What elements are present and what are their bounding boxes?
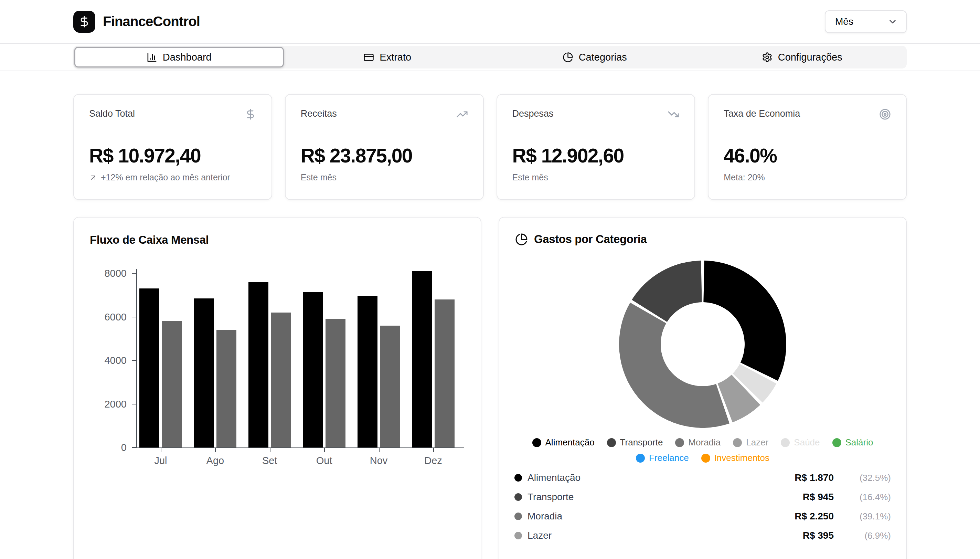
y-tick [132,404,136,404]
bar-receitas [303,292,323,448]
period-select[interactable]: Mês [825,10,907,33]
bar-receitas [194,298,214,448]
legend-item: Lazer [733,437,768,448]
donut-slice-alimentação [703,261,786,381]
x-tick-label: Nov [355,455,403,466]
y-tick [132,273,136,274]
app-title: FinanceControl [103,14,200,29]
breakdown-dot [515,493,522,501]
chevron-down-icon [888,17,898,27]
stat-value: R$ 23.875,00 [301,144,468,167]
donut-legend: AlimentaçãoTransporteMoradiaLazerSaúdeSa… [499,437,906,463]
legend-item: Transporte [607,437,663,448]
legend-dot [636,454,645,463]
target-icon [879,108,891,120]
breakdown-dot [515,474,522,481]
legend-item: Investimentos [701,453,769,463]
legend-dot [733,438,742,447]
legend-item: Saúde [781,437,820,448]
stat-title: Despesas [512,108,554,119]
breakdown-dot [515,532,522,539]
breakdown-dot [515,513,522,520]
bar-despesas [216,330,236,448]
brand: FinanceControl [73,11,200,33]
x-tick-label: Set [246,455,294,466]
legend-dot [675,438,684,447]
breakdown-label: Alimentação [528,472,581,483]
dollar-icon [78,15,91,28]
bar-receitas [358,296,378,448]
breakdown-label: Moradia [528,511,562,522]
bar-despesas [325,319,345,448]
x-axis-line [136,448,464,448]
legend-label: Freelance [649,453,689,463]
bar-despesas [271,313,291,448]
tab-categorias[interactable]: Categorias [491,47,698,68]
tab-label: Configurações [778,51,842,63]
cashflow-card: Fluxo de Caixa Mensal 02000400060008000J… [73,217,482,559]
y-tick-label: 0 [85,442,127,453]
trending-down-icon [668,108,679,120]
y-tick [132,447,136,448]
legend-item: Alimentação [532,437,595,448]
breakdown-value: R$ 395 [803,530,834,541]
donut-chart [499,258,906,430]
tab-extrato[interactable]: Extrato [284,47,492,68]
stat-card-saldo-total: Saldo Total R$ 10.972,40 +12% em relação… [73,94,272,200]
donut-slice-moradia [619,303,729,428]
legend-item: Moradia [675,437,721,448]
tab-label: Extrato [379,51,411,63]
breakdown-value: R$ 2.250 [795,511,834,522]
legend-item: Freelance [636,453,689,463]
x-tick-label: Ago [191,455,239,466]
stat-title: Receitas [301,108,337,119]
legend-label: Alimentação [545,437,595,448]
breakdown-row: MoradiaR$ 2.250(39.1%) [515,507,891,526]
stat-note: Este mês [512,172,548,182]
breakdown-value: R$ 945 [803,491,834,503]
trending-up-icon [456,108,468,120]
stat-value: R$ 12.902,60 [512,144,680,167]
legend-label: Saúde [794,437,820,448]
app-header: FinanceControl Mês [0,0,980,44]
breakdown-pct: (16.4%) [839,492,891,503]
breakdown-pct: (39.1%) [839,511,891,522]
pie-chart-icon [515,233,528,246]
stat-card-receitas: Receitas R$ 23.875,00 Este mês [285,94,484,200]
breakdown-pct: (6.9%) [839,531,891,541]
y-tick [132,360,136,361]
breakdown-pct: (32.5%) [839,473,891,483]
gear-icon [762,52,772,63]
tablist: Dashboard Extrato Categorias Configuraçõ… [73,46,907,68]
brand-logo [73,11,95,33]
stat-value: R$ 10.972,40 [89,144,256,167]
bar-receitas [412,271,432,448]
tab-dashboard[interactable]: Dashboard [74,47,284,68]
charts-grid: Fluxo de Caixa Mensal 02000400060008000J… [73,217,907,559]
breakdown-row: LazerR$ 395(6.9%) [515,526,891,545]
x-tick [161,448,162,452]
stat-note: Este mês [301,172,337,182]
y-tick-label: 4000 [85,355,127,366]
y-tick [132,317,136,318]
dollar-icon [245,108,256,120]
breakdown-row: AlimentaçãoR$ 1.870(32.5%) [515,468,891,488]
bar-receitas [248,282,268,448]
tabs-band: Dashboard Extrato Categorias Configuraçõ… [0,44,980,71]
tab-configuracoes[interactable]: Configurações [698,47,906,68]
legend-dot [701,454,710,463]
tab-label: Categorias [579,51,627,63]
stats-grid: Saldo Total R$ 10.972,40 +12% em relação… [73,94,907,200]
stat-note: Meta: 20% [724,172,765,182]
pie-chart-icon [563,52,573,63]
category-breakdown: AlimentaçãoR$ 1.870(32.5%)TransporteR$ 9… [499,468,906,545]
stat-title: Saldo Total [89,108,135,119]
stat-title: Taxa de Economia [724,108,800,119]
bar-despesas [435,299,455,448]
legend-label: Lazer [746,437,768,448]
x-tick [433,448,434,452]
y-tick-label: 2000 [85,398,127,410]
bar-receitas [139,288,159,448]
donut-svg [617,258,789,430]
legend-dot [781,438,790,447]
